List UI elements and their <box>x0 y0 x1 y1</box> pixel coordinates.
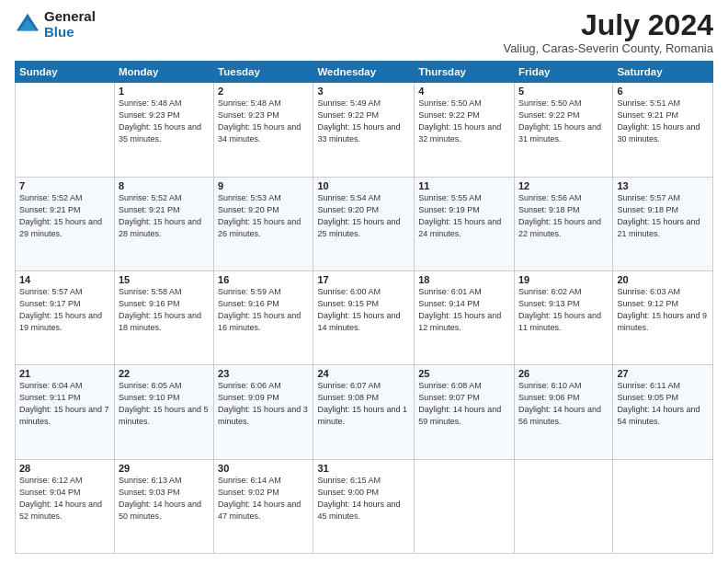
calendar-cell: 17 Sunrise: 6:00 AMSunset: 9:15 PMDaylig… <box>313 270 415 364</box>
day-info: Sunrise: 5:53 AMSunset: 9:20 PMDaylight:… <box>218 192 309 240</box>
calendar-cell: 5 Sunrise: 5:50 AMSunset: 9:22 PMDayligh… <box>514 83 612 177</box>
calendar-cell: 10 Sunrise: 5:54 AMSunset: 9:20 PMDaylig… <box>313 177 415 270</box>
day-number: 25 <box>418 368 510 379</box>
calendar-cell <box>16 83 115 177</box>
day-info: Sunrise: 6:08 AMSunset: 9:07 PMDaylight:… <box>418 380 510 428</box>
logo-blue-text: Blue <box>44 25 96 40</box>
day-info: Sunrise: 5:48 AMSunset: 9:23 PMDaylight:… <box>218 98 309 145</box>
calendar-cell: 16 Sunrise: 5:59 AMSunset: 9:16 PMDaylig… <box>214 270 313 364</box>
calendar-cell: 7 Sunrise: 5:52 AMSunset: 9:21 PMDayligh… <box>16 177 115 270</box>
calendar-cell: 26 Sunrise: 6:10 AMSunset: 9:06 PMDaylig… <box>514 365 612 459</box>
day-number: 1 <box>119 86 210 97</box>
day-info: Sunrise: 5:58 AMSunset: 9:16 PMDaylight:… <box>119 286 210 334</box>
day-number: 4 <box>418 86 510 97</box>
main-title: July 2024 <box>503 9 713 41</box>
weekday-header-sunday: Sunday <box>16 62 115 83</box>
calendar-table: SundayMondayTuesdayWednesdayThursdayFrid… <box>15 61 713 554</box>
day-number: 30 <box>218 463 309 474</box>
logo-text: General Blue <box>44 9 96 40</box>
day-info: Sunrise: 5:57 AMSunset: 9:17 PMDaylight:… <box>19 286 110 334</box>
day-number: 17 <box>317 274 410 285</box>
calendar-week-row: 28 Sunrise: 6:12 AMSunset: 9:04 PMDaylig… <box>16 459 713 553</box>
day-number: 15 <box>119 274 210 285</box>
weekday-header-saturday: Saturday <box>613 62 713 83</box>
weekday-header-wednesday: Wednesday <box>313 62 415 83</box>
day-info: Sunrise: 5:52 AMSunset: 9:21 PMDaylight:… <box>19 192 110 240</box>
calendar-cell: 28 Sunrise: 6:12 AMSunset: 9:04 PMDaylig… <box>16 459 115 553</box>
calendar-cell <box>415 459 515 553</box>
day-number: 31 <box>317 463 410 474</box>
day-number: 22 <box>119 368 210 379</box>
calendar-cell: 3 Sunrise: 5:49 AMSunset: 9:22 PMDayligh… <box>313 83 415 177</box>
day-info: Sunrise: 6:15 AMSunset: 9:00 PMDaylight:… <box>317 475 410 523</box>
day-number: 7 <box>19 180 110 191</box>
calendar-week-row: 7 Sunrise: 5:52 AMSunset: 9:21 PMDayligh… <box>16 177 713 270</box>
weekday-header-row: SundayMondayTuesdayWednesdayThursdayFrid… <box>16 62 713 83</box>
day-info: Sunrise: 6:04 AMSunset: 9:11 PMDaylight:… <box>19 380 110 428</box>
title-block: July 2024 Valiug, Caras-Severin County, … <box>503 9 713 55</box>
day-number: 16 <box>218 274 309 285</box>
logo-general: General <box>44 9 96 25</box>
calendar-cell: 15 Sunrise: 5:58 AMSunset: 9:16 PMDaylig… <box>114 270 213 364</box>
day-number: 12 <box>518 180 609 191</box>
day-number: 3 <box>317 86 410 97</box>
day-info: Sunrise: 5:57 AMSunset: 9:18 PMDaylight:… <box>617 192 709 240</box>
day-info: Sunrise: 5:59 AMSunset: 9:16 PMDaylight:… <box>218 286 309 334</box>
calendar-cell: 27 Sunrise: 6:11 AMSunset: 9:05 PMDaylig… <box>613 365 713 459</box>
calendar-cell: 31 Sunrise: 6:15 AMSunset: 9:00 PMDaylig… <box>313 459 415 553</box>
day-info: Sunrise: 6:10 AMSunset: 9:06 PMDaylight:… <box>518 380 609 428</box>
day-number: 21 <box>19 368 110 379</box>
day-number: 18 <box>418 274 510 285</box>
subtitle: Valiug, Caras-Severin County, Romania <box>503 41 713 55</box>
calendar-cell <box>613 459 713 553</box>
day-number: 9 <box>218 180 309 191</box>
day-info: Sunrise: 6:02 AMSunset: 9:13 PMDaylight:… <box>518 286 609 334</box>
day-info: Sunrise: 6:07 AMSunset: 9:08 PMDaylight:… <box>317 380 410 428</box>
calendar-cell: 29 Sunrise: 6:13 AMSunset: 9:03 PMDaylig… <box>114 459 213 553</box>
day-info: Sunrise: 5:48 AMSunset: 9:23 PMDaylight:… <box>119 98 210 145</box>
calendar-cell: 14 Sunrise: 5:57 AMSunset: 9:17 PMDaylig… <box>16 270 115 364</box>
day-info: Sunrise: 5:51 AMSunset: 9:21 PMDaylight:… <box>617 98 709 145</box>
day-number: 6 <box>617 86 709 97</box>
calendar-cell: 6 Sunrise: 5:51 AMSunset: 9:21 PMDayligh… <box>613 83 713 177</box>
calendar-week-row: 1 Sunrise: 5:48 AMSunset: 9:23 PMDayligh… <box>16 83 713 177</box>
day-number: 8 <box>119 180 210 191</box>
calendar-week-row: 21 Sunrise: 6:04 AMSunset: 9:11 PMDaylig… <box>16 365 713 459</box>
day-number: 27 <box>617 368 709 379</box>
day-info: Sunrise: 6:14 AMSunset: 9:02 PMDaylight:… <box>218 475 309 523</box>
day-info: Sunrise: 5:50 AMSunset: 9:22 PMDaylight:… <box>418 98 510 145</box>
calendar-cell: 30 Sunrise: 6:14 AMSunset: 9:02 PMDaylig… <box>214 459 313 553</box>
calendar-cell: 2 Sunrise: 5:48 AMSunset: 9:23 PMDayligh… <box>214 83 313 177</box>
day-number: 28 <box>19 463 110 474</box>
weekday-header-tuesday: Tuesday <box>214 62 313 83</box>
day-number: 14 <box>19 274 110 285</box>
day-info: Sunrise: 6:00 AMSunset: 9:15 PMDaylight:… <box>317 286 410 334</box>
day-number: 20 <box>617 274 709 285</box>
day-info: Sunrise: 5:49 AMSunset: 9:22 PMDaylight:… <box>317 98 410 145</box>
calendar-cell: 9 Sunrise: 5:53 AMSunset: 9:20 PMDayligh… <box>214 177 313 270</box>
calendar-cell: 8 Sunrise: 5:52 AMSunset: 9:21 PMDayligh… <box>114 177 213 270</box>
day-number: 2 <box>218 86 309 97</box>
day-info: Sunrise: 5:54 AMSunset: 9:20 PMDaylight:… <box>317 192 410 240</box>
calendar-cell: 13 Sunrise: 5:57 AMSunset: 9:18 PMDaylig… <box>613 177 713 270</box>
logo: General Blue <box>15 9 96 40</box>
day-number: 26 <box>518 368 609 379</box>
day-number: 24 <box>317 368 410 379</box>
day-info: Sunrise: 6:06 AMSunset: 9:09 PMDaylight:… <box>218 380 309 428</box>
day-number: 10 <box>317 180 410 191</box>
weekday-header-thursday: Thursday <box>415 62 515 83</box>
day-info: Sunrise: 6:05 AMSunset: 9:10 PMDaylight:… <box>119 380 210 428</box>
day-number: 29 <box>119 463 210 474</box>
day-number: 19 <box>518 274 609 285</box>
calendar-cell: 11 Sunrise: 5:55 AMSunset: 9:19 PMDaylig… <box>415 177 515 270</box>
day-info: Sunrise: 6:01 AMSunset: 9:14 PMDaylight:… <box>418 286 510 334</box>
calendar-cell: 18 Sunrise: 6:01 AMSunset: 9:14 PMDaylig… <box>415 270 515 364</box>
calendar-cell: 1 Sunrise: 5:48 AMSunset: 9:23 PMDayligh… <box>114 83 213 177</box>
day-info: Sunrise: 5:56 AMSunset: 9:18 PMDaylight:… <box>518 192 609 240</box>
calendar-cell: 25 Sunrise: 6:08 AMSunset: 9:07 PMDaylig… <box>415 365 515 459</box>
calendar-cell: 21 Sunrise: 6:04 AMSunset: 9:11 PMDaylig… <box>16 365 115 459</box>
calendar-cell: 19 Sunrise: 6:02 AMSunset: 9:13 PMDaylig… <box>514 270 612 364</box>
logo-icon <box>15 12 40 38</box>
day-info: Sunrise: 5:52 AMSunset: 9:21 PMDaylight:… <box>119 192 210 240</box>
day-info: Sunrise: 6:12 AMSunset: 9:04 PMDaylight:… <box>19 475 110 523</box>
